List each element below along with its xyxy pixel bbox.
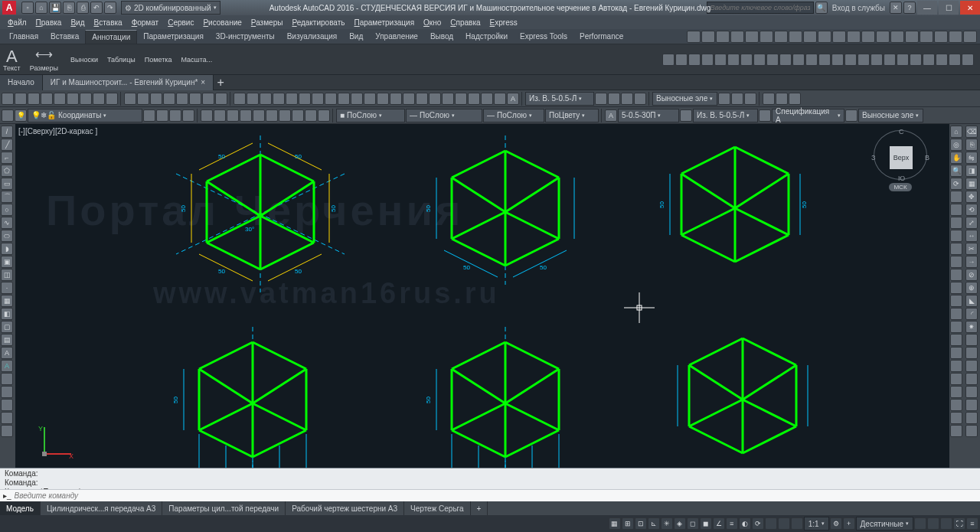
sb-cycle-icon[interactable]: ⟳ bbox=[752, 517, 764, 530]
tb-ic[interactable] bbox=[266, 109, 278, 122]
rb-ic[interactable] bbox=[871, 54, 883, 66]
tb-ic[interactable] bbox=[292, 109, 304, 122]
table-icon[interactable]: ▤ bbox=[1, 334, 13, 346]
sb-otrack-icon[interactable]: ∠ bbox=[713, 517, 725, 530]
tb-ic[interactable] bbox=[621, 93, 633, 105]
annot-style-6[interactable]: Выносные эле bbox=[858, 109, 923, 122]
sb-ic[interactable]: ⚙ bbox=[830, 517, 842, 530]
ribtab-express[interactable]: Express Tools bbox=[514, 30, 573, 43]
mtext-icon[interactable]: A bbox=[1, 347, 13, 359]
rt-tool-icon[interactable] bbox=[950, 321, 962, 333]
tb-ic[interactable] bbox=[481, 93, 493, 105]
modify-extend-icon[interactable]: → bbox=[965, 256, 978, 268]
rt-ic[interactable] bbox=[847, 31, 861, 43]
tb-ic[interactable] bbox=[273, 93, 285, 105]
doctab-active[interactable]: ИГ и Машиностроит... - Евгений Курицин*× bbox=[43, 75, 214, 90]
menu-edit[interactable]: Правка bbox=[31, 17, 67, 28]
tb-ic[interactable] bbox=[163, 93, 175, 105]
tb-ic[interactable] bbox=[763, 93, 775, 105]
menu-window[interactable]: Окно bbox=[419, 17, 446, 28]
rb-ic[interactable] bbox=[910, 54, 922, 66]
menu-file[interactable]: Файл bbox=[3, 17, 31, 28]
modify-offset-icon[interactable]: ◨ bbox=[965, 165, 978, 177]
rb-ic[interactable] bbox=[792, 54, 805, 66]
rect-icon[interactable]: ▭ bbox=[1, 178, 13, 190]
menu-insert[interactable]: Вставка bbox=[89, 17, 126, 28]
viewcube-top-face[interactable]: Верх bbox=[890, 146, 913, 169]
aa-icon[interactable]: A bbox=[1, 360, 13, 372]
ribtab-viz[interactable]: Визуализация bbox=[281, 30, 343, 43]
tb-ic[interactable] bbox=[80, 93, 92, 105]
tb-ic[interactable] bbox=[156, 109, 168, 122]
tb-ic[interactable] bbox=[201, 109, 213, 122]
doctab-plus[interactable]: + bbox=[214, 76, 227, 90]
tb-ic[interactable] bbox=[338, 93, 350, 105]
tb-ic[interactable] bbox=[93, 93, 105, 105]
tb-ic[interactable] bbox=[150, 93, 162, 105]
ribtab-output[interactable]: Вывод bbox=[424, 30, 459, 43]
rb-ic[interactable] bbox=[962, 54, 974, 66]
rt-tool-icon[interactable] bbox=[950, 399, 962, 411]
tb-ic[interactable] bbox=[731, 93, 743, 105]
rt-tool-icon[interactable] bbox=[950, 204, 962, 216]
rt-tool-icon[interactable] bbox=[950, 256, 962, 268]
tb-ic[interactable] bbox=[143, 109, 155, 122]
tb-ic[interactable] bbox=[124, 93, 136, 105]
tb-ic[interactable] bbox=[718, 93, 730, 105]
tb-ic[interactable] bbox=[789, 93, 801, 105]
rb-ic[interactable] bbox=[701, 54, 714, 66]
tb-ic[interactable] bbox=[455, 93, 467, 105]
modify-chamfer-icon[interactable]: ◣ bbox=[965, 295, 978, 307]
doctab-start[interactable]: Начало bbox=[0, 75, 43, 90]
rb-ic[interactable] bbox=[662, 54, 675, 66]
rt-tool-icon[interactable] bbox=[950, 217, 962, 229]
menu-modify[interactable]: Редактировать bbox=[287, 17, 349, 28]
rb-ic[interactable] bbox=[753, 54, 766, 66]
nav-zoom-icon[interactable]: 🔍 bbox=[950, 165, 962, 177]
tb-ic[interactable] bbox=[325, 93, 337, 105]
rt-tool-icon[interactable] bbox=[950, 373, 962, 385]
tb-ic[interactable] bbox=[202, 93, 214, 105]
qat-undo-icon[interactable]: ↶ bbox=[90, 2, 103, 14]
tb-ic[interactable] bbox=[744, 93, 756, 105]
rb-ic[interactable] bbox=[936, 54, 948, 66]
sb-ic[interactable]: + bbox=[843, 517, 855, 530]
rt-ic[interactable] bbox=[890, 31, 904, 43]
color-dropdown[interactable]: ■ ПоСлою bbox=[336, 109, 405, 122]
tool-icon[interactable] bbox=[1, 412, 13, 424]
layout-tab-2[interactable]: Параметры цил...той передачи bbox=[162, 501, 286, 515]
layout-add[interactable]: + bbox=[471, 501, 488, 515]
tb-ic[interactable] bbox=[634, 93, 646, 105]
menu-tools[interactable]: Сервис bbox=[163, 17, 198, 28]
annot-style-3[interactable]: 5-0.5-30П bbox=[618, 109, 679, 122]
rt-ic[interactable] bbox=[687, 31, 701, 43]
tb-ic[interactable] bbox=[253, 109, 265, 122]
ribtab-annotate[interactable]: Аннотации bbox=[85, 30, 137, 44]
ribtab-perf[interactable]: Performance bbox=[573, 30, 629, 43]
modify-erase-icon[interactable]: ⌫ bbox=[965, 126, 978, 138]
tb-ic[interactable] bbox=[182, 109, 194, 122]
sb-lwt-icon[interactable]: ≡ bbox=[726, 517, 738, 530]
tb-ic[interactable] bbox=[67, 93, 79, 105]
sb-customize-icon[interactable]: ≡ bbox=[966, 517, 978, 530]
modify-explode-icon[interactable]: ✷ bbox=[965, 321, 978, 333]
annot-style-2[interactable]: Выносные эле bbox=[652, 92, 717, 106]
spline-icon[interactable]: ∿ bbox=[1, 217, 13, 229]
layer-on-icon[interactable]: 💡 bbox=[15, 109, 27, 122]
tb-ic[interactable] bbox=[680, 109, 692, 122]
help-icon[interactable]: ? bbox=[903, 2, 916, 14]
ribbon-dims-panel[interactable]: ⟷ Размеры bbox=[30, 47, 58, 72]
sb-ic[interactable] bbox=[940, 517, 952, 530]
sb-fullscreen-icon[interactable]: ⛶ bbox=[953, 517, 965, 530]
point-icon[interactable]: · bbox=[1, 282, 13, 294]
rt-tool-icon[interactable] bbox=[950, 269, 962, 281]
rt-ic[interactable] bbox=[774, 31, 788, 43]
model-tab[interactable]: Модель bbox=[0, 501, 41, 515]
modify-mirror-icon[interactable]: ⇋ bbox=[965, 152, 978, 164]
rt-ic[interactable] bbox=[949, 31, 962, 43]
tb-ic[interactable] bbox=[468, 93, 480, 105]
xline-icon[interactable]: ╱ bbox=[1, 139, 13, 151]
rt-ic[interactable] bbox=[963, 31, 977, 43]
rt-ic[interactable] bbox=[876, 31, 890, 43]
sb-ic[interactable] bbox=[927, 517, 939, 530]
